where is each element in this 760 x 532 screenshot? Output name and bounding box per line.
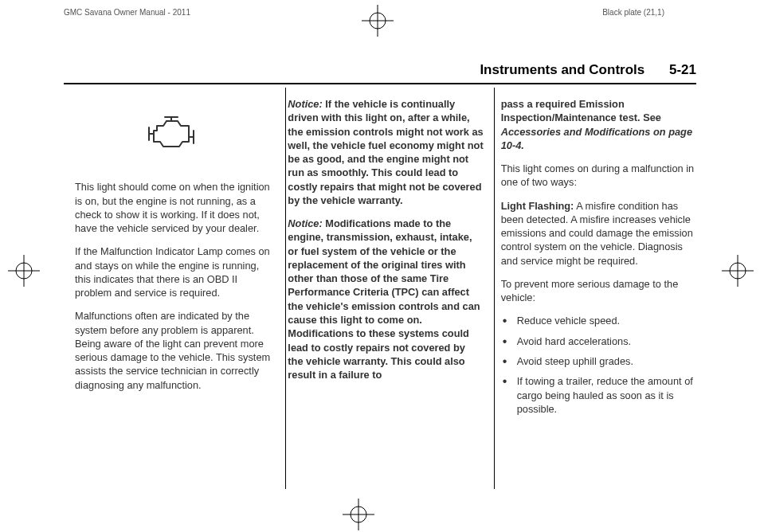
content-columns: This light should come on when the ignit…	[75, 97, 696, 422]
notice-label: Notice:	[288, 217, 322, 229]
manual-title: GMC Savana Owner Manual - 2011	[64, 8, 190, 17]
column-2: Notice: If the vehicle is continually dr…	[288, 97, 483, 422]
page-header: Instruments and Controls 5-21	[64, 62, 696, 84]
check-engine-icon	[75, 115, 270, 156]
notice-body: Modifications made to the engine, transm…	[288, 217, 480, 381]
body-text: Light Flashing: A misfire condition has …	[501, 199, 696, 268]
body-text: Malfunctions often are indicated by the …	[75, 309, 270, 392]
body-text: This light comes on during a malfunction…	[501, 162, 696, 190]
page-number: 5-21	[669, 62, 696, 77]
light-flashing-label: Light Flashing:	[501, 200, 574, 212]
body-text: To prevent more serious damage to the ve…	[501, 277, 696, 305]
notice-label: Notice:	[288, 98, 322, 110]
notice-body: If the vehicle is continually driven wit…	[288, 98, 483, 206]
column-3: pass a required Emission Inspection/Main…	[501, 97, 696, 422]
section-title: Instruments and Controls	[480, 62, 644, 77]
list-item: Avoid steep uphill grades.	[501, 354, 696, 368]
registration-mark-icon	[343, 499, 374, 530]
list-item: Avoid hard accelerations.	[501, 334, 696, 348]
registration-mark-icon	[8, 255, 40, 287]
body-text: This light should come on when the ignit…	[75, 180, 270, 235]
bullet-list: Reduce vehicle speed. Avoid hard acceler…	[501, 314, 696, 416]
list-item: Reduce vehicle speed.	[501, 314, 696, 327]
notice-paragraph: Notice: If the vehicle is continually dr…	[288, 97, 483, 207]
registration-mark-icon	[362, 5, 394, 37]
registration-mark-icon	[722, 255, 754, 287]
notice-paragraph: Notice: Modifications made to the engine…	[288, 217, 483, 381]
body-text: If the Malfunction Indicator Lamp comes …	[75, 244, 270, 299]
notice-continuation: pass a required Emission Inspection/Main…	[501, 97, 696, 152]
plate-info: Black plate (21,1)	[602, 8, 664, 17]
list-item: If towing a trailer, reduce the amount o…	[501, 374, 696, 416]
notice-body-cont: pass a required Emission Inspection/Main…	[501, 98, 661, 123]
column-1: This light should come on when the ignit…	[75, 97, 270, 422]
cross-reference: Accessories and Modifications on page 10…	[501, 126, 692, 151]
